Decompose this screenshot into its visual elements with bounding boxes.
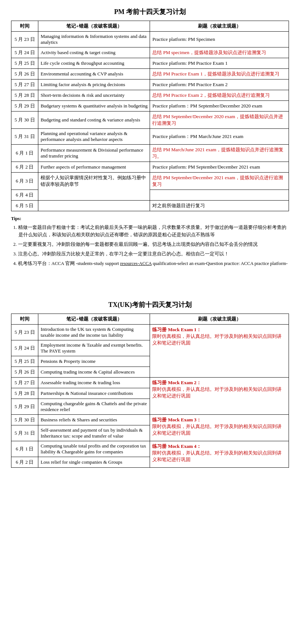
- pm-row-notes-8: Planning and operational variance analys…: [38, 129, 150, 145]
- tx-title: TX(UK)考前十四天复习计划: [11, 300, 289, 309]
- tx-row-notes-10: Loss relief for single companies & Group…: [38, 457, 150, 468]
- tx-row-time-10: 6 月 2 日: [11, 457, 38, 468]
- tx-row-time-3: 5 月 26 日: [11, 367, 38, 378]
- tx-header-time: 时间: [11, 314, 38, 325]
- pm-row-time-4: 5 月 27 日: [11, 79, 38, 90]
- tx-row-notes-3: Computing trading income & Capital allow…: [38, 367, 150, 378]
- tx-table: 时间 笔记+错题（攻破客观题） 刷题（攻破主观题） 5 月 23 日Introd…: [11, 314, 289, 468]
- tx-row-notes-9: Computing taxable total profits and the …: [38, 441, 150, 457]
- tx-row-notes-0: Introduction to the UK tax system & Comp…: [38, 325, 150, 340]
- tx-header-notes: 笔记+错题（攻破客观题）: [38, 314, 150, 325]
- tx-row-notes-7: Business reliefs & Shares and securities: [38, 415, 150, 425]
- pm-row-drill-5: 总结 PM Practice Exam 2，提炼错题知识点进行追溯复习: [150, 90, 289, 101]
- pm-row-drill-7: 总结 PM September/December 2020 exam，提炼错题知…: [150, 112, 289, 129]
- tx-row-notes-8: Self-assessment and payment of tax by in…: [38, 425, 150, 441]
- tx-row-time-5: 5 月 28 日: [11, 388, 38, 399]
- pm-row-drill-4: Practice platform: PM Practice Exam 2: [150, 79, 289, 90]
- pm-row-time-1: 5 月 24 日: [11, 47, 38, 58]
- tx-row-drill-9: 练习册 Mock Exam 4： 限时仿真模拟，并认真总结。对于涉及到的相关知识…: [150, 441, 289, 468]
- pm-row-drill-8: Practice platform：PM March/June 2021 exa…: [150, 129, 289, 145]
- pm-header-time: 时间: [11, 21, 38, 32]
- pm-row-notes-1: Activity based costing & target costing: [38, 47, 150, 58]
- tx-row-time-7: 5 月 30 日: [11, 415, 38, 425]
- tx-row-notes-4: Assessable trading income & trading loss: [38, 378, 150, 388]
- pm-row-time-9: 6 月 1 日: [11, 145, 38, 162]
- pm-row-drill-2: Practice platform: PM Practice Exam 1: [150, 58, 289, 69]
- tip-item-3: 3. 注意心态。冲刺阶段压力比较大是正常的，在学习之余一定要注意自己的心态。相信…: [13, 250, 289, 258]
- tx-row-notes-1: Employment income & Taxable and exempt b…: [38, 340, 150, 356]
- pm-row-time-13: 6 月 5 日: [11, 201, 38, 211]
- pm-header-drill: 刷题（攻破主观题）: [150, 21, 289, 32]
- pm-row-notes-6: Budgetary systems & quantitative analysi…: [38, 101, 150, 112]
- tx-row-time-9: 6 月 1 日: [11, 441, 38, 457]
- page-spacer: [11, 278, 289, 300]
- acca-link-text: resources-ACCA: [120, 261, 151, 266]
- tx-row-time-8: 5 月 31 日: [11, 425, 38, 441]
- pm-row-drill-13: 对之前所做题目进行复习: [150, 201, 289, 211]
- pm-row-time-10: 6 月 2 日: [11, 162, 38, 173]
- pm-row-notes-0: Managing information & Information syste…: [38, 32, 150, 47]
- pm-row-time-11: 6 月 3 日: [11, 173, 38, 190]
- pm-row-notes-10: Further aspects of performance managemen…: [38, 162, 150, 173]
- pm-row-time-8: 5 月 31 日: [11, 129, 38, 145]
- pm-title: PM 考前十四天复习计划: [11, 7, 289, 16]
- tips-label: Tips:: [11, 215, 289, 222]
- pm-row-drill-6: Practice platform：PM September/December …: [150, 101, 289, 112]
- tip-item-4: 4. 机考练习平台：ACCA 官网 -students-study suppor…: [13, 260, 289, 267]
- pm-row-notes-7: Budgeting and standard costing & varianc…: [38, 112, 150, 129]
- pm-row-notes-5: Short-term decisions & risk and uncertai…: [38, 90, 150, 101]
- pm-row-notes-11: 根据个人知识掌握情况针对性复习。例如练习册中错误率较高的章节: [38, 173, 150, 201]
- tip-item-2: 2. 一定要重视复习。冲刺阶段做的每一套题都要在最后回顾一遍。切忌考场上出现类似…: [13, 241, 289, 248]
- pm-row-drill-0: Practice platform: PM Specimen: [150, 32, 289, 47]
- pm-row-notes-4: Limiting factor analysis & pricing decis…: [38, 79, 150, 90]
- pm-header-notes: 笔记+错题（攻破客观题）: [38, 21, 150, 32]
- pm-table: 时间 笔记+错题（攻破客观题） 刷题（攻破主观题） 5 月 23 日Managi…: [11, 21, 289, 211]
- pm-row-time-0: 5 月 23 日: [11, 32, 38, 47]
- pm-row-notes-9: Performance measurement & Divisional per…: [38, 145, 150, 162]
- tx-row-notes-2: Pensions & Property income: [38, 356, 150, 367]
- tx-row-time-4: 5 月 27 日: [11, 378, 38, 388]
- pm-tips: Tips: 1. 精做一套题目由于粗做十套：考试之前的最后关头不要一味的刷题，只…: [11, 215, 289, 267]
- pm-row-time-12: 6 月 4 日: [11, 190, 38, 201]
- pm-row-drill-11: 总结 PM September/December 2021 exam，提炼知识点…: [150, 173, 289, 190]
- tx-row-time-1: 5 月 24 日: [11, 340, 38, 356]
- pm-row-drill-12: [150, 190, 289, 201]
- pm-row-drill-3: 总结 PM Practice Exam 1，提炼错题涉及知识点进行追溯复习: [150, 69, 289, 79]
- page-container: PM 考前十四天复习计划 时间 笔记+错题（攻破客观题） 刷题（攻破主观题） 5…: [0, 0, 300, 479]
- tx-row-drill-7: 练习册 Mock Exam 3： 限时仿真模拟，并认真总结。对于涉及到的相关知识…: [150, 415, 289, 441]
- pm-row-drill-1: 总结 PM specimen，提炼错题涉及知识点进行追溯复习: [150, 47, 289, 58]
- pm-row-drill-9: 总结 PM March/June 2021 exam，提炼错题知识点并进行追溯复…: [150, 145, 289, 162]
- pm-row-drill-10: Practice platform: PM September/December…: [150, 162, 289, 173]
- tip-item-1: 1. 精做一套题目由于粗做十套：考试之前的最后关头不要一味的刷题，只求数量不求质…: [13, 224, 289, 238]
- pm-row-time-2: 5 月 25 日: [11, 58, 38, 69]
- tx-row-time-0: 5 月 23 日: [11, 325, 38, 340]
- tx-row-notes-5: Partnerships & National insurance contri…: [38, 388, 150, 399]
- tx-row-time-2: 5 月 25 日: [11, 356, 38, 367]
- pm-row-notes-2: Life cycle costing & throughput accounti…: [38, 58, 150, 69]
- tx-header-drill: 刷题（攻破主观题）: [150, 314, 289, 325]
- tx-row-notes-6: Computing chargeable gains & Chattels an…: [38, 399, 150, 415]
- pm-row-time-7: 5 月 30 日: [11, 112, 38, 129]
- pm-row-notes-13: [38, 201, 150, 211]
- tx-row-drill-4: 练习册 Mock Exam 2： 限时仿真模拟，并认真总结。对于涉及到的相关知识…: [150, 378, 289, 415]
- tx-row-drill-0: 练习册 Mock Exam 1： 限时仿真模拟，并认真总结。对于涉及到的相关知识…: [150, 325, 289, 378]
- pm-row-time-6: 5 月 29 日: [11, 101, 38, 112]
- pm-row-time-3: 5 月 26 日: [11, 69, 38, 79]
- tx-row-time-6: 5 月 29 日: [11, 399, 38, 415]
- pm-row-time-5: 5 月 28 日: [11, 90, 38, 101]
- pm-row-notes-3: Environmental accounting & CVP analysis: [38, 69, 150, 79]
